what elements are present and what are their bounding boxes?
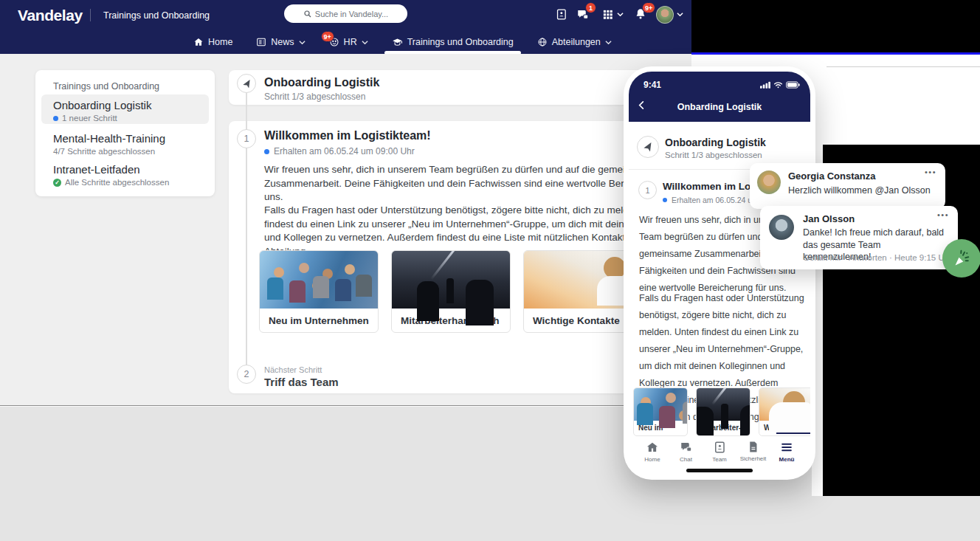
graduation-cap-icon <box>392 37 403 48</box>
nav-tab-abteilungen[interactable]: Abteilungen <box>537 37 612 47</box>
step2-title[interactable]: Triff das Team <box>264 376 339 388</box>
battery-icon <box>786 81 800 89</box>
home-icon <box>646 441 659 454</box>
signal-icon <box>760 81 770 89</box>
phone-course-title: Onboarding Logistik <box>665 137 766 148</box>
status-icons <box>760 81 800 89</box>
home-icon <box>193 37 204 47</box>
apps-chevron-down-icon <box>617 12 624 17</box>
search-input[interactable]: Suche in Vandelay... <box>284 4 407 23</box>
rocket-icon <box>641 140 654 153</box>
trainings-sidebar: Trainings und Onboarding Onboarding Logi… <box>35 70 215 196</box>
grid-icon <box>602 9 613 20</box>
navbar-divider <box>90 9 91 21</box>
chat-actions[interactable]: Gefällt mir · Antworten · Heute 9:15 Uhr <box>803 253 952 262</box>
contacts-button[interactable] <box>555 8 567 21</box>
top-navbar: Vandelay Trainings und Onboarding Suche … <box>0 0 691 30</box>
chevron-down-icon <box>362 40 368 45</box>
desktop-app: Vandelay Trainings und Onboarding Suche … <box>0 0 691 407</box>
document-icon <box>747 441 759 453</box>
contacts-book-icon <box>555 8 567 21</box>
hairline-divider <box>827 66 980 67</box>
unread-dot <box>264 149 269 154</box>
course-title: Onboarding Logistik <box>264 76 379 89</box>
phone-header: 9:41 Onbarding Logistik <box>629 72 810 122</box>
notifications-badge: 9+ <box>642 2 655 13</box>
phone-resource-card-1[interactable]: Neu im <box>633 387 688 436</box>
phone-course-progress: Schritt 1/3 abgeschlossen <box>665 151 762 159</box>
phone-resource-card-3[interactable]: Wichtige <box>759 387 810 436</box>
party-popper-icon <box>950 247 973 269</box>
chat-badge: 1 <box>585 2 596 13</box>
night-sky-photo <box>392 251 510 309</box>
course-icon-circle <box>237 74 256 93</box>
wifi-icon <box>773 81 783 89</box>
new-step-dot <box>53 116 58 121</box>
section-nav: Home News 9+ HR Trainings und Onboarding… <box>0 30 691 54</box>
chevron-down-icon <box>605 40 612 45</box>
team-photo <box>634 388 687 421</box>
rocket-icon <box>241 77 252 89</box>
party-popper-badge <box>942 239 980 278</box>
nav-tab-news[interactable]: News <box>256 37 305 47</box>
sidebar-item-onboarding-logistik[interactable]: Onboarding Logistik 1 neuer Schritt <box>41 94 209 124</box>
chat-author-name: Georgia Constanza <box>788 170 875 182</box>
phone-resource-card-2[interactable]: Mitarbeiter- <box>696 387 750 436</box>
phone-call-photo <box>759 388 810 421</box>
chevron-down-icon <box>299 40 306 45</box>
step1-number-circle: 1 <box>237 129 256 148</box>
globe-icon <box>537 37 548 47</box>
phone-nav-title: Onbarding Logistik <box>629 102 810 112</box>
chat-author-name: Jan Olsson <box>803 213 855 224</box>
search-icon <box>303 10 312 18</box>
newspaper-icon <box>256 37 266 47</box>
sidebar-heading: Trainings und Onboarding <box>53 81 159 92</box>
chat-bubbles-icon <box>680 441 693 454</box>
check-icon: ✓ <box>53 179 61 187</box>
avatar-georgia <box>757 170 781 194</box>
step1-title: Willkommen im Logistikteam! <box>264 129 431 142</box>
resource-card-neu-im-unternehmen[interactable]: Neu im Unternehmen <box>259 250 379 333</box>
avatar-chevron-down-icon <box>677 12 683 17</box>
tab-menu[interactable]: Menü <box>772 441 801 475</box>
phone-step1-number-circle: 1 <box>638 181 657 199</box>
chat-message-jan: Jan Olsson Danke! Ich freue mich darauf,… <box>760 206 958 269</box>
course-progress: Schritt 1/3 abgeschlossen <box>264 92 365 102</box>
search-placeholder: Suche in Vandelay... <box>315 10 388 18</box>
home-indicator[interactable] <box>686 469 753 472</box>
apps-menu-button[interactable] <box>602 9 613 20</box>
chat-message-text: Herzlich willkommen @Jan Olsson <box>788 185 931 197</box>
phone-screen: 9:41 Onbarding Logistik Onboarding Logis… <box>629 72 810 475</box>
more-options-icon[interactable]: ••• <box>925 168 936 176</box>
tab-home[interactable]: Home <box>638 441 667 475</box>
phone-course-icon-circle <box>637 136 659 158</box>
resource-card-mitarbeiterhandbuch[interactable]: Mitarbeiterhandbuch <box>391 250 511 333</box>
chat-message-georgia: Georgia Constanza Herzlich willkommen @J… <box>750 163 945 209</box>
unread-dot <box>663 198 667 202</box>
step1-meta: Erhalten am 06.05.24 um 09:00 Uhr <box>264 146 415 156</box>
avatar[interactable] <box>656 6 674 24</box>
more-options-icon[interactable]: ••• <box>937 210 949 219</box>
mobile-phone-mockup: 9:41 Onbarding Logistik Onboarding Logis… <box>624 66 815 480</box>
nav-tab-home[interactable]: Home <box>193 37 232 47</box>
contacts-book-icon <box>713 441 726 454</box>
navbar-page-title: Trainings und Onboarding <box>103 10 210 21</box>
brand-logo[interactable]: Vandelay <box>18 7 83 24</box>
step2-kicker: Nächster Schritt <box>264 365 322 374</box>
black-backdrop-top <box>691 0 980 52</box>
nav-tab-hr[interactable]: 9+ HR <box>329 37 368 47</box>
status-time: 9:41 <box>643 80 661 90</box>
card-underline <box>776 433 810 434</box>
hamburger-menu-icon <box>780 441 793 454</box>
team-photo <box>260 251 378 309</box>
page-content: Trainings und Onboarding Onboarding Logi… <box>0 54 691 407</box>
screenshot-canvas: Vandelay Trainings und Onboarding Suche … <box>0 0 980 541</box>
night-sky-photo <box>697 388 750 421</box>
avatar-jan <box>769 215 794 240</box>
nav-tab-trainings[interactable]: Trainings und Onboarding <box>392 37 514 48</box>
sidebar-item-intranet-leitfaden[interactable]: Intranet-Leitfaden ✓Alle Schritte abgesc… <box>41 159 209 188</box>
step2-number-circle: 2 <box>237 365 256 384</box>
sidebar-item-mental-health[interactable]: Mental-Health-Training 4/7 Schritte abge… <box>41 128 209 157</box>
hr-badge: 9+ <box>321 31 334 42</box>
